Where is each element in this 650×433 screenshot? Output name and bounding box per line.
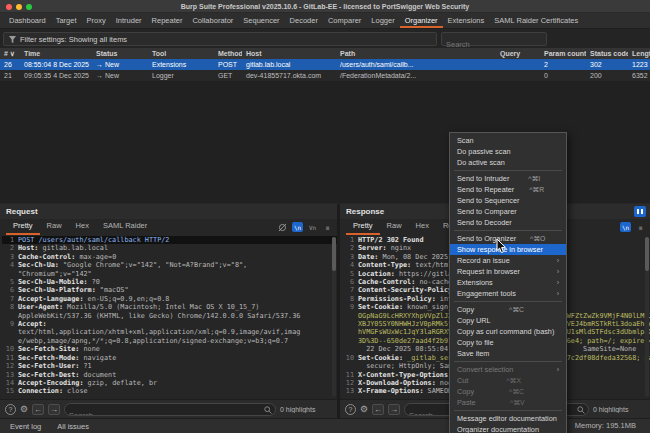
table-column-header[interactable]: Tool <box>148 48 214 59</box>
search-icon <box>264 406 272 414</box>
shortcut-hint: ^⌘V <box>510 397 525 408</box>
context-menu-item[interactable]: Scan <box>450 135 566 146</box>
prev-match-icon[interactable]: ← <box>372 404 384 415</box>
context-menu-item[interactable]: Paste ^⌘V <box>450 397 566 408</box>
request-editor[interactable]: 1POST /users/auth/saml/callback HTTP/2 2… <box>0 235 337 399</box>
context-menu-item[interactable]: Show response in browser <box>450 244 566 255</box>
main-tab[interactable]: Collaborator <box>187 13 238 28</box>
vn-toggle-icon[interactable]: Vn <box>307 222 318 232</box>
context-menu-item[interactable]: Message editor documentation <box>450 413 566 424</box>
line-number: 5 <box>342 270 354 278</box>
next-match-icon[interactable]: → <box>48 404 60 415</box>
next-match-icon[interactable]: → <box>388 404 400 415</box>
context-menu-item[interactable]: Extensions › <box>450 277 566 288</box>
event-log-tab[interactable]: Event log <box>10 422 41 431</box>
gear-icon[interactable]: ⚙ <box>360 404 368 415</box>
table-search-box <box>441 32 547 46</box>
response-subtab[interactable]: Pretty <box>346 219 380 235</box>
main-tab[interactable]: Extensions <box>443 13 490 28</box>
table-column-header[interactable]: Status <box>92 48 148 59</box>
context-menu-item[interactable]: Engagement tools › <box>450 288 566 299</box>
request-subtab[interactable]: SAML Raider <box>96 219 154 235</box>
context-menu-item[interactable]: Copy URL <box>450 315 566 326</box>
newline-toggle-icon[interactable]: \n <box>620 222 631 232</box>
response-scrollbar[interactable] <box>645 237 649 397</box>
main-tab[interactable]: Intruder <box>111 13 147 28</box>
response-subtab[interactable]: Hex <box>409 219 436 235</box>
newline-toggle-icon[interactable]: \n <box>292 222 303 232</box>
context-menu-item[interactable]: Send to Intruder ^⌘I <box>450 173 566 184</box>
table-column-header[interactable]: Path <box>336 48 496 59</box>
context-menu-item[interactable]: Send to Comparer <box>450 206 566 217</box>
context-menu-item[interactable]: Send to Organizer ^⌘O <box>450 233 566 244</box>
line-number: 14 <box>2 379 14 387</box>
request-highlight-count: 0 highlights <box>280 406 332 413</box>
main-tab[interactable]: Logger <box>366 13 399 28</box>
all-issues-tab[interactable]: All issues <box>57 422 89 431</box>
table-column-header[interactable]: Query <box>496 48 540 59</box>
line-number: 13 <box>2 371 14 379</box>
editor-menu-icon[interactable]: ≡ <box>635 222 646 232</box>
table-row[interactable]: 2608:55:04 8 Dec 2025→ New ExtensionsPOS… <box>0 59 650 70</box>
context-menu-item[interactable]: Copy ^⌘C <box>450 304 566 315</box>
context-menu-item[interactable]: Save item <box>450 348 566 359</box>
main-tab[interactable]: Sequencer <box>238 13 284 28</box>
table-column-header[interactable]: Param count <box>540 48 586 59</box>
request-search-input[interactable] <box>65 410 275 416</box>
request-subtab[interactable]: Hex <box>69 219 96 235</box>
context-menu-item[interactable]: Copy ^⌘C <box>450 386 566 397</box>
menu-separator <box>454 410 562 411</box>
search-icon <box>577 406 585 414</box>
hide-nonprintable-icon[interactable] <box>277 222 288 232</box>
maximize-panel-icon[interactable] <box>634 206 646 217</box>
submenu-arrow-icon: › <box>557 277 559 288</box>
table-column-header[interactable]: Host <box>242 48 336 59</box>
table-column-header[interactable]: # ∨ <box>0 48 20 59</box>
context-menu-item[interactable]: Do passive scan <box>450 146 566 157</box>
line-number <box>2 270 14 278</box>
shortcut-hint: ^⌘O <box>530 233 545 244</box>
request-subtab[interactable]: Raw <box>40 219 69 235</box>
help-icon[interactable]: ? <box>345 404 356 415</box>
context-menu-item[interactable]: Cut ^⌘X <box>450 375 566 386</box>
context-menu-item[interactable]: Send to Decoder <box>450 217 566 228</box>
prev-match-icon[interactable]: ← <box>32 404 44 415</box>
filter-settings-button[interactable]: Filter settings: Showing all items <box>3 32 437 46</box>
context-menu-item[interactable]: Copy to file <box>450 337 566 348</box>
main-tab[interactable]: Comparer <box>323 13 366 28</box>
table-row[interactable]: 2109:05:35 4 Dec 2025→ New LoggerGETdev-… <box>0 70 650 81</box>
main-tab[interactable]: SAML Raider Certificates <box>489 13 583 28</box>
table-column-header[interactable]: Length <box>628 48 650 59</box>
main-tab[interactable]: Proxy <box>82 13 111 28</box>
request-scrollbar[interactable] <box>332 237 336 397</box>
help-icon[interactable]: ? <box>5 404 16 415</box>
table-column-header[interactable]: Status code <box>586 48 628 59</box>
request-subtab[interactable]: Pretty <box>6 219 40 235</box>
table-column-header[interactable]: Method <box>214 48 242 59</box>
memory-usage: Memory: 195.1MB <box>575 421 636 430</box>
main-tab[interactable]: Target <box>51 13 82 28</box>
gear-icon[interactable]: ⚙ <box>20 404 28 415</box>
main-tab[interactable]: Dashboard <box>4 13 51 28</box>
context-menu-item[interactable]: Record an issue › <box>450 255 566 266</box>
context-menu-item[interactable]: Send to Repeater ^⌘R <box>450 184 566 195</box>
burp-suite-window: Burp Suite Professional v2025.10.6 - Git… <box>0 0 650 433</box>
filter-settings-label: Filter settings: Showing all items <box>20 35 127 44</box>
context-menu-item[interactable]: Request in browser › <box>450 266 566 277</box>
table-column-header[interactable]: Time <box>20 48 92 59</box>
request-panel: Request PrettyRawHexSAML Raider \n Vn ≡ <box>0 204 337 418</box>
line-number: 2 <box>2 244 14 252</box>
context-menu-item[interactable]: Do active scan <box>450 157 566 168</box>
submenu-arrow-icon: › <box>557 288 559 299</box>
context-menu-item[interactable]: Copy as curl command (bash) <box>450 326 566 337</box>
response-subtab[interactable]: Raw <box>380 219 409 235</box>
main-tab[interactable]: Organizer <box>400 13 443 28</box>
context-menu-item[interactable]: Send to Sequencer <box>450 195 566 206</box>
main-tab[interactable]: Decoder <box>285 13 323 28</box>
context-menu-item[interactable]: Convert selection › <box>450 364 566 375</box>
request-line: 15Connection: close <box>2 387 337 395</box>
context-menu-item[interactable]: Organizer documentation <box>450 424 566 433</box>
request-line: 5Sec-Ch-Ua-Mobile: ?0 <box>2 278 337 286</box>
main-tab[interactable]: Repeater <box>147 13 188 28</box>
editor-menu-icon[interactable]: ≡ <box>322 222 333 232</box>
